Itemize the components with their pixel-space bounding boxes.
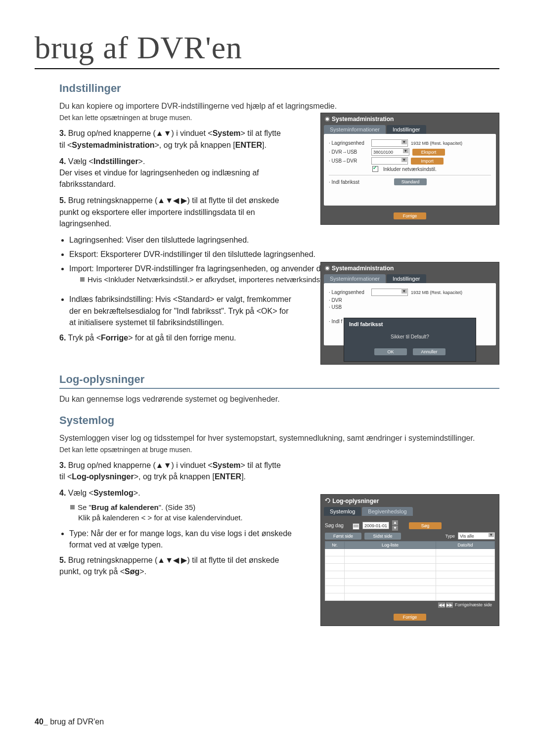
page-footer: 40_ brug af DVR'en (35, 717, 104, 726)
log-icon (325, 498, 331, 504)
bullet-fabriksindstilling: Indlæs fabriksindstilling: Hvis <Standar… (69, 294, 292, 328)
prev-page-button[interactable]: ◀◀ (438, 602, 445, 608)
log-step-3: 3. Brug op/ned knapperne (▲▼) i vinduet … (59, 460, 282, 482)
date-down[interactable]: ▼ (392, 526, 398, 531)
heading-log-oplysninger: Log-oplysninger (59, 373, 499, 389)
heading-indstillinger: Indstillinger (59, 82, 499, 95)
bullet-type: Type: Når der er for mange logs, kan du … (69, 528, 292, 550)
log-step-4: 4. Vælg <Systemlog>. Se "Brug af kalende… (59, 487, 282, 522)
import-button[interactable]: Import (411, 158, 444, 165)
bullet-lagringsenhed: Lagringsenhed: Viser den tilsluttede lag… (69, 234, 465, 246)
tab-systeminformationer[interactable]: Systeminformationer (324, 125, 386, 134)
storage-select[interactable] (371, 139, 408, 147)
step-6: 6. Tryk på <Forrige> for at gå til den f… (59, 332, 282, 343)
log-table: Nr.Log-listeDato/tid (325, 541, 495, 601)
include-network-checkbox[interactable] (372, 166, 378, 172)
log-intro: Du kan gennemse logs vedrørende systemet… (59, 394, 499, 405)
first-page-button[interactable]: Først side (325, 533, 361, 540)
annuller-button[interactable]: Annuller (413, 348, 445, 355)
tab-systeminformationer[interactable]: Systeminformationer (324, 274, 386, 283)
step-5: 5. Brug retningsknapperne (▲▼◀ ▶) til at… (59, 195, 282, 229)
step-3: 3. Brug op/ned knapperne (▲▼) i vinduet … (59, 127, 282, 150)
standard-button[interactable]: Standard (394, 178, 427, 185)
systemlog-p1: Systemloggen viser log og tidsstempel fo… (59, 433, 499, 444)
forrige-button[interactable]: Forrige (394, 212, 426, 219)
date-up[interactable]: ▲ (392, 520, 398, 525)
log-step-5: 5. Brug retningsknapperne (▲▼◀ ▶) til at… (59, 554, 282, 577)
square-bullet-icon (80, 277, 85, 282)
screenshot-systemadministration-confirm: Systemadministration Systeminformationer… (320, 262, 499, 365)
tab-indstillinger[interactable]: Indstillinger (387, 125, 426, 134)
calendar-icon[interactable] (353, 523, 359, 530)
step-4: 4. Vælg <Indstillinger>.Der vises et vin… (59, 156, 282, 190)
square-bullet-icon (70, 505, 75, 509)
tab-systemlog[interactable]: Systemlog (324, 507, 361, 516)
next-page-button[interactable]: ▶▶ (446, 602, 453, 608)
eksport-button[interactable]: Eksport (412, 149, 445, 156)
gear-icon (325, 117, 330, 122)
intro-p1: Du kan kopiere og importere DVR-indstill… (59, 101, 499, 112)
tab-indstillinger[interactable]: Indstillinger (387, 274, 426, 283)
gear-icon (325, 266, 330, 271)
screenshot-systemadministration-settings: Systemadministration Systeminformationer… (320, 113, 499, 225)
soeg-button[interactable]: Søg (409, 522, 442, 529)
bullet-eksport: Eksport: Eksporterer DVR-indstillinger t… (69, 249, 465, 260)
confirm-dialog: Indl fabriksst Sikker til Default? OK An… (344, 318, 476, 362)
screenshot-log-oplysninger: Log-oplysninger Systemlog Begivenhedslog… (320, 494, 499, 626)
heading-systemlog: Systemlog (59, 414, 499, 427)
tab-begivenhedslog[interactable]: Begivenhedslog (362, 507, 412, 516)
systemlog-p2: Det kan lette opsætningen at bruge musen… (59, 446, 499, 454)
dvr-usb-field[interactable]: 38010100 (371, 148, 409, 156)
ok-button[interactable]: OK (374, 348, 407, 355)
type-select[interactable]: Vis alle (458, 532, 495, 540)
forrige-button[interactable]: Forrige (394, 614, 426, 621)
usb-dvr-select[interactable] (371, 157, 408, 165)
page-title: brug af DVR'en (35, 30, 499, 69)
date-input[interactable]: 2009-01-01 (362, 522, 389, 529)
last-page-button[interactable]: Sidst side (364, 533, 401, 540)
